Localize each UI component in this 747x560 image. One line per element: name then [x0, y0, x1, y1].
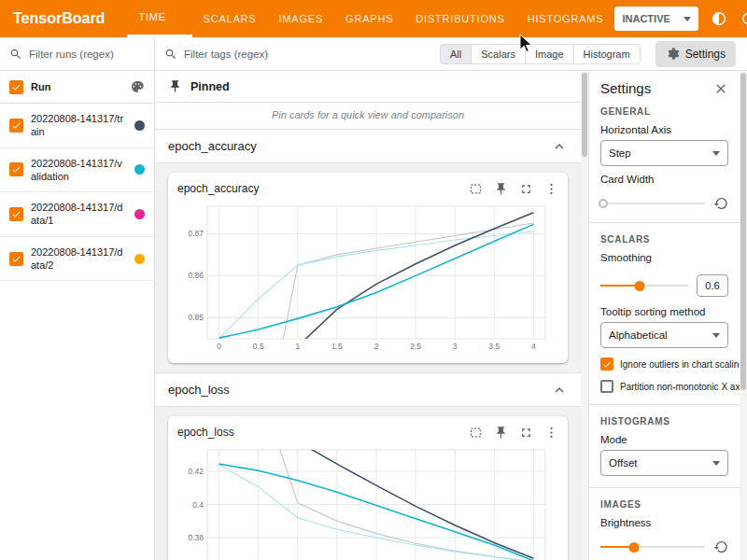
chip-scalars[interactable]: Scalars — [471, 44, 526, 64]
pinned-section-header: Pinned — [155, 71, 581, 103]
tags-filter-placeholder: Filter tags (regex) — [184, 49, 268, 60]
chip-image[interactable]: Image — [525, 44, 574, 64]
chevron-up-icon[interactable] — [551, 382, 568, 399]
epoch-loss-chart[interactable]: 00.511.522.533.540.360.380.40.42 — [176, 444, 553, 560]
histogram-mode-label: Mode — [600, 434, 728, 445]
tab-time-series[interactable]: TIME SERIES — [127, 0, 191, 37]
theme-toggle-icon[interactable] — [711, 10, 727, 27]
tab-images[interactable]: IMAGES — [267, 0, 334, 37]
tab-distributions[interactable]: DISTRIBUTIONS — [404, 0, 515, 37]
content: Filter runs (regex) Run 20220808-141317/… — [0, 37, 747, 560]
partition-x-axis-row[interactable]: Partition non-monotonic X axis — [600, 380, 728, 393]
status-dropdown[interactable]: INACTIVE — [614, 7, 698, 31]
run-select-all-row[interactable]: Run — [0, 71, 154, 104]
tab-scalars[interactable]: SCALARS — [192, 0, 268, 37]
fit-domain-icon[interactable] — [469, 426, 483, 440]
run-row-data-2[interactable]: 20220808-141317/data/2 — [0, 237, 154, 282]
smoothing-slider[interactable] — [600, 285, 688, 287]
horizontal-axis-label: Horizontal Axis — [600, 124, 728, 135]
brightness-slider-row — [600, 539, 728, 554]
refresh-icon[interactable] — [740, 10, 747, 27]
svg-text:0.38: 0.38 — [188, 533, 204, 542]
fullscreen-icon[interactable] — [519, 182, 533, 196]
run-color-dot — [134, 164, 145, 175]
svg-text:0.4: 0.4 — [192, 500, 204, 510]
tab-graphs[interactable]: GRAPHS — [334, 0, 404, 37]
scalars-heading: SCALARS — [600, 234, 728, 245]
run-row-train[interactable]: 20220808-141317/train — [0, 104, 154, 148]
reset-icon[interactable] — [713, 539, 728, 554]
slider-thumb[interactable] — [599, 199, 608, 208]
section-title: epoch_loss — [168, 383, 230, 397]
run-checkbox[interactable] — [9, 119, 23, 133]
run-color-dot — [134, 254, 145, 264]
chevron-down-icon — [684, 17, 691, 21]
pin-icon[interactable] — [494, 426, 508, 440]
tooltip-sorting-select[interactable]: Alphabetical — [600, 322, 728, 348]
run-checkbox[interactable] — [9, 207, 23, 221]
pin-icon[interactable] — [494, 182, 508, 196]
fit-domain-icon[interactable] — [469, 182, 483, 196]
slider-thumb[interactable] — [635, 281, 645, 291]
runs-filter-input[interactable]: Filter runs (regex) — [0, 37, 154, 71]
chevron-up-icon[interactable] — [551, 138, 568, 155]
tags-filter-input[interactable]: Filter tags (regex) — [164, 37, 429, 71]
ignore-outliers-checkbox[interactable] — [600, 357, 613, 371]
run-label: 20220808-141317/data/1 — [31, 201, 127, 228]
horizontal-axis-value: Step — [609, 147, 631, 159]
reset-icon[interactable] — [713, 196, 728, 211]
top-bar: TensorBoard TIME SERIES SCALARS IMAGES G… — [0, 0, 747, 37]
section-header-epoch-accuracy[interactable]: epoch_accuracy — [155, 130, 581, 163]
partition-x-axis-checkbox[interactable] — [600, 380, 613, 393]
select-all-checkbox[interactable] — [9, 80, 23, 94]
run-label: 20220808-141317/data/2 — [31, 245, 127, 273]
more-options-icon[interactable] — [544, 426, 558, 440]
card-title: epoch_loss — [177, 426, 234, 439]
run-color-dot — [134, 209, 145, 219]
scalar-card-epoch-accuracy: epoch_accuracy 00.511.522.533.540.850.86… — [168, 173, 568, 363]
images-heading: IMAGES — [600, 499, 728, 510]
histogram-mode-select[interactable]: Offset — [600, 450, 728, 476]
more-options-icon[interactable] — [544, 182, 558, 196]
smoothing-slider-row: 0.6 — [600, 274, 728, 297]
settings-button[interactable]: Settings — [655, 41, 736, 67]
run-checkbox[interactable] — [9, 252, 23, 266]
epoch-accuracy-chart[interactable]: 00.511.522.533.540.850.860.87 — [176, 201, 553, 357]
card-width-slider[interactable] — [600, 203, 705, 204]
main-scrollbar[interactable] — [581, 71, 588, 560]
card-header: epoch_accuracy — [176, 178, 560, 201]
settings-scrollbar-thumb[interactable] — [740, 73, 746, 390]
right-column: Filter tags (regex) All Scalars Image Hi… — [155, 37, 747, 560]
gear-icon — [666, 47, 680, 61]
divider — [589, 222, 740, 223]
fullscreen-icon[interactable] — [519, 426, 533, 440]
palette-icon[interactable] — [130, 79, 145, 94]
section-title: epoch_accuracy — [168, 139, 257, 153]
status-dropdown-value: INACTIVE — [622, 13, 669, 24]
run-row-validation[interactable]: 20220808-141317/validation — [0, 148, 154, 193]
main-scrollbar-thumb[interactable] — [582, 73, 587, 157]
cards-scroll-area: Pinned Pin cards for a quick view and co… — [155, 71, 581, 560]
chip-all[interactable]: All — [440, 44, 472, 64]
run-checkbox[interactable] — [9, 162, 23, 176]
settings-scrollbar[interactable] — [740, 71, 747, 560]
lower-region: Pinned Pin cards for a quick view and co… — [155, 71, 747, 560]
smoothing-value-input[interactable]: 0.6 — [697, 274, 728, 297]
close-icon[interactable] — [713, 81, 728, 96]
horizontal-axis-select[interactable]: Step — [600, 140, 728, 166]
settings-panel-title: Settings — [600, 80, 651, 96]
chip-histogram[interactable]: Histogram — [573, 44, 641, 64]
section-header-epoch-loss[interactable]: epoch_loss — [155, 373, 581, 407]
search-icon — [164, 48, 177, 61]
tooltip-sorting-label: Tooltip sorting method — [600, 306, 728, 317]
chevron-down-icon — [712, 333, 720, 338]
app-logo[interactable]: TensorBoard — [0, 10, 118, 27]
chevron-down-icon — [712, 151, 720, 156]
brightness-slider[interactable] — [600, 546, 705, 548]
tab-histograms[interactable]: HISTOGRAMS — [516, 0, 615, 37]
ignore-outliers-row[interactable]: Ignore outliers in chart scaling — [600, 357, 728, 371]
card-width-slider-row — [600, 196, 728, 211]
slider-thumb[interactable] — [628, 542, 639, 553]
tooltip-sorting-value: Alphabetical — [609, 329, 668, 341]
run-row-data-1[interactable]: 20220808-141317/data/1 — [0, 192, 154, 237]
